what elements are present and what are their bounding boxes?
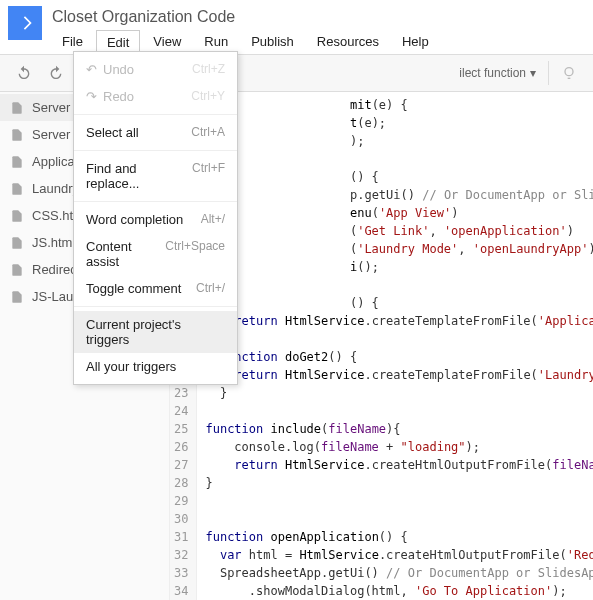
menu-item-all-your-triggers[interactable]: All your triggers bbox=[74, 353, 237, 380]
file-icon bbox=[10, 182, 24, 196]
menu-item-current-project-s-triggers[interactable]: Current project's triggers bbox=[74, 311, 237, 353]
file-icon bbox=[10, 101, 24, 115]
menu-item-select-all[interactable]: Select allCtrl+A bbox=[74, 119, 237, 146]
project-title: Closet Organization Code bbox=[52, 6, 585, 30]
svg-point-0 bbox=[565, 68, 573, 76]
select-function-dropdown[interactable]: ilect function ▾ bbox=[451, 66, 544, 80]
menu-item-word-completion[interactable]: Word completionAlt+/ bbox=[74, 206, 237, 233]
file-icon bbox=[10, 209, 24, 223]
file-icon bbox=[10, 263, 24, 277]
menu-resources[interactable]: Resources bbox=[307, 30, 389, 54]
chevron-down-icon: ▾ bbox=[530, 66, 536, 80]
menu-item-undo: ↶UndoCtrl+Z bbox=[74, 56, 237, 83]
file-icon bbox=[10, 128, 24, 142]
app-logo[interactable] bbox=[8, 6, 42, 40]
file-icon bbox=[10, 236, 24, 250]
menu-help[interactable]: Help bbox=[392, 30, 439, 54]
menu-item-content-assist[interactable]: Content assistCtrl+Space bbox=[74, 233, 237, 275]
undo-button[interactable] bbox=[8, 59, 40, 87]
menu-publish[interactable]: Publish bbox=[241, 30, 304, 54]
file-icon bbox=[10, 290, 24, 304]
menu-item-toggle-comment[interactable]: Toggle commentCtrl+/ bbox=[74, 275, 237, 302]
file-name: JS.html bbox=[32, 235, 75, 250]
edit-menu-dropdown: ↶UndoCtrl+Z↷RedoCtrl+YSelect allCtrl+AFi… bbox=[73, 51, 238, 385]
menu-item-redo: ↷RedoCtrl+Y bbox=[74, 83, 237, 110]
redo-button[interactable] bbox=[40, 59, 72, 87]
file-icon bbox=[10, 155, 24, 169]
menu-item-find-and-replace-[interactable]: Find and replace...Ctrl+F bbox=[74, 155, 237, 197]
code-content[interactable]: mit(e) { t(e); ); () { p.getUi() // Or D… bbox=[197, 92, 593, 600]
lightbulb-button[interactable] bbox=[553, 59, 585, 87]
